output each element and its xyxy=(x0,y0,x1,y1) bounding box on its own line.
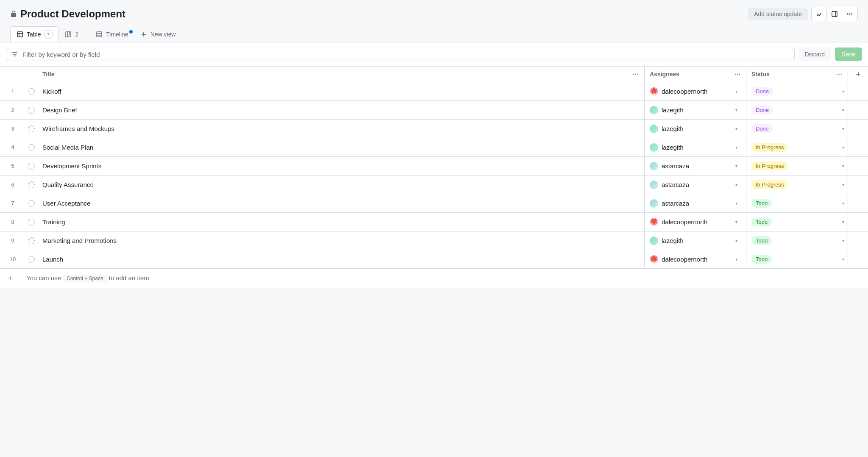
chevron-down-icon[interactable]: ▾ xyxy=(842,164,844,168)
row-title-cell[interactable]: Quality Assurance xyxy=(37,176,644,194)
row-title-cell[interactable]: Design Brief xyxy=(37,101,644,119)
chevron-down-icon[interactable]: ▾ xyxy=(735,108,737,112)
chevron-down-icon[interactable]: ▾ xyxy=(842,145,844,150)
panel-toggle-button[interactable] xyxy=(827,7,842,21)
svg-point-24 xyxy=(739,74,740,75)
svg-point-23 xyxy=(737,74,738,75)
assignee-name: astarcaza xyxy=(662,200,689,207)
chevron-down-icon[interactable]: ▾ xyxy=(842,126,844,131)
table-row[interactable]: 6 Quality Assurance astarcaza ▾ In Progr… xyxy=(0,176,868,194)
chevron-down-icon[interactable]: ▾ xyxy=(842,220,844,224)
insights-button[interactable] xyxy=(812,7,827,21)
table-row[interactable]: 7 User Acceptance astarcaza ▾ Todo ▾ xyxy=(0,194,868,213)
plus-icon xyxy=(140,31,147,38)
row-assignee-cell[interactable]: astarcaza ▾ xyxy=(644,176,746,194)
row-title-cell[interactable]: Development Sprints xyxy=(37,157,644,175)
add-column-button[interactable] xyxy=(848,67,868,82)
row-assignee-cell[interactable]: dalecoopernorth ▾ xyxy=(644,82,746,100)
row-status-cell[interactable]: Todo ▾ xyxy=(746,231,848,250)
row-assignee-cell[interactable]: lazegith ▾ xyxy=(644,231,746,250)
row-status-cell[interactable]: Done ▾ xyxy=(746,82,848,100)
add-item-plus-icon[interactable]: + xyxy=(6,274,14,283)
chevron-down-icon[interactable]: ▾ xyxy=(735,238,737,243)
row-status-cell[interactable]: In Progress ▾ xyxy=(746,176,848,194)
column-menu-status[interactable] xyxy=(836,71,843,78)
table-row[interactable]: 3 Wireframes and Mockups lazegith ▾ Done… xyxy=(0,120,868,138)
filter-input-wrap[interactable] xyxy=(6,48,795,61)
table-row[interactable]: 10 Launch dalecoopernorth ▾ Todo ▾ xyxy=(0,250,868,269)
column-header-status[interactable]: Status xyxy=(751,71,770,78)
column-menu-title[interactable] xyxy=(632,71,639,78)
column-header-assignees[interactable]: Assignees xyxy=(650,71,679,78)
chevron-down-icon[interactable]: ▾ xyxy=(735,182,737,187)
assignee-name: lazegith xyxy=(662,106,684,114)
row-title-cell[interactable]: Kickoff xyxy=(37,82,644,100)
row-number: 8 xyxy=(0,213,25,231)
row-status-cell[interactable]: Todo ▾ xyxy=(746,213,848,231)
table-row[interactable]: 2 Design Brief lazegith ▾ Done ▾ xyxy=(0,101,868,120)
chevron-down-icon[interactable]: ▾ xyxy=(842,257,844,262)
tab-board[interactable]: 2 xyxy=(59,28,84,41)
svg-rect-8 xyxy=(66,32,71,37)
assignee-name: dalecoopernorth xyxy=(662,218,707,226)
discard-button[interactable]: Discard xyxy=(799,47,831,61)
chevron-down-icon[interactable]: ▾ xyxy=(842,238,844,243)
row-status-cell[interactable]: In Progress ▾ xyxy=(746,157,848,175)
more-options-button[interactable] xyxy=(842,7,857,21)
avatar xyxy=(650,106,658,114)
table-row[interactable]: 4 Social Media Plan lazegith ▾ In Progre… xyxy=(0,138,868,157)
row-status-cell[interactable]: Todo ▾ xyxy=(746,194,848,212)
tab-timeline[interactable]: Timeline xyxy=(90,28,134,41)
tab-table[interactable]: Table xyxy=(10,26,59,42)
table-row[interactable]: 8 Training dalecoopernorth ▾ Todo ▾ xyxy=(0,213,868,231)
add-item-row[interactable]: + You can use Control + Space to add an … xyxy=(0,269,868,288)
chevron-down-icon[interactable]: ▾ xyxy=(735,257,737,262)
row-assignee-cell[interactable]: dalecoopernorth ▾ xyxy=(644,250,746,268)
filter-input[interactable] xyxy=(22,51,789,58)
chevron-down-icon[interactable]: ▾ xyxy=(735,164,737,168)
chevron-down-icon[interactable]: ▾ xyxy=(842,201,844,206)
chevron-down-icon[interactable]: ▾ xyxy=(842,108,844,112)
table-row[interactable]: 1 Kickoff dalecoopernorth ▾ Done ▾ xyxy=(0,82,868,101)
row-title-cell[interactable]: Training xyxy=(37,213,644,231)
draft-issue-icon xyxy=(28,200,35,207)
row-assignee-cell[interactable]: astarcaza ▾ xyxy=(644,157,746,175)
column-menu-assignees[interactable] xyxy=(734,71,741,78)
avatar xyxy=(650,143,658,152)
row-title-cell[interactable]: Launch xyxy=(37,250,644,268)
chevron-down-icon[interactable]: ▾ xyxy=(735,201,737,206)
draft-issue-icon xyxy=(28,237,35,244)
chevron-down-icon[interactable]: ▾ xyxy=(735,145,737,150)
new-view-button[interactable]: New view xyxy=(134,28,182,41)
save-button[interactable]: Save xyxy=(835,47,862,61)
column-header-title[interactable]: Title xyxy=(42,71,55,78)
row-assignee-cell[interactable]: lazegith ▾ xyxy=(644,138,746,156)
table-row[interactable]: 9 Marketing and Promotions lazegith ▾ To… xyxy=(0,231,868,250)
add-status-update-button[interactable]: Add status update xyxy=(748,8,808,20)
table-row[interactable]: 5 Development Sprints astarcaza ▾ In Pro… xyxy=(0,157,868,176)
chevron-down-icon[interactable]: ▾ xyxy=(735,220,737,224)
row-status-cell[interactable]: In Progress ▾ xyxy=(746,138,848,156)
assignee-name: lazegith xyxy=(662,144,684,151)
row-title-cell[interactable]: Wireframes and Mockups xyxy=(37,120,644,138)
row-assignee-cell[interactable]: lazegith ▾ xyxy=(644,101,746,119)
row-assignee-cell[interactable]: lazegith ▾ xyxy=(644,120,746,138)
row-title-cell[interactable]: User Acceptance xyxy=(37,194,644,212)
chevron-down-icon[interactable]: ▾ xyxy=(842,182,844,187)
row-assignee-cell[interactable]: astarcaza ▾ xyxy=(644,194,746,212)
row-status-cell[interactable]: Done ▾ xyxy=(746,101,848,119)
svg-point-26 xyxy=(839,74,840,75)
chevron-down-icon[interactable]: ▾ xyxy=(735,126,737,131)
row-title-cell[interactable]: Social Media Plan xyxy=(37,138,644,156)
chevron-down-icon[interactable]: ▾ xyxy=(842,89,844,94)
tab-table-menu[interactable] xyxy=(44,30,53,39)
row-status-cell[interactable]: Done ▾ xyxy=(746,120,848,138)
row-status-cell[interactable]: Todo ▾ xyxy=(746,250,848,268)
row-title-cell[interactable]: Marketing and Promotions xyxy=(37,231,644,250)
row-number: 6 xyxy=(0,176,25,194)
chevron-down-icon[interactable]: ▾ xyxy=(735,89,737,94)
row-assignee-cell[interactable]: dalecoopernorth ▾ xyxy=(644,213,746,231)
row-number: 5 xyxy=(0,157,25,175)
assignee-name: astarcaza xyxy=(662,181,689,188)
status-badge: In Progress xyxy=(751,162,788,170)
